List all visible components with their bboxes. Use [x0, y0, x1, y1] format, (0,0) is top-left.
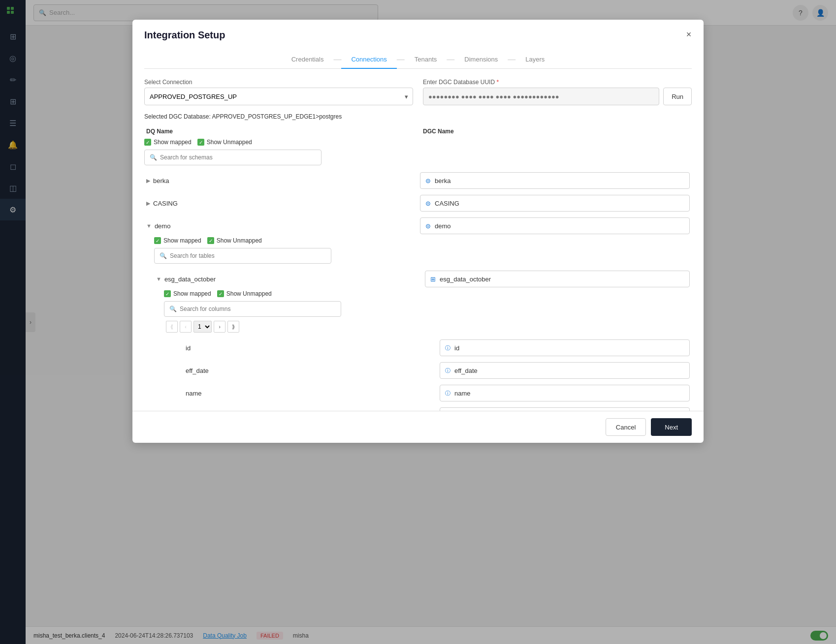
step-tenants[interactable]: Tenants [405, 51, 447, 69]
uuid-input[interactable] [423, 88, 659, 105]
uuid-row: Run [423, 88, 692, 105]
table-filter-row: ✓ Show mapped ✓ Show Unmapped [154, 237, 692, 244]
page-select[interactable]: 1 [193, 321, 212, 333]
last-page-button[interactable]: ⟫ [227, 321, 239, 333]
esg-dgc-field[interactable]: ⊞ esg_data_october [425, 271, 690, 287]
connection-label: Select Connection [144, 79, 413, 86]
schema-search-input[interactable] [160, 154, 316, 161]
table-show-mapped-label[interactable]: ✓ Show mapped [154, 237, 201, 244]
schema-search-icon: 🔍 [150, 154, 157, 161]
demo-expand-icon[interactable]: ▼ [146, 223, 152, 229]
col-id-dgc: ⓘ id [440, 339, 690, 356]
col-codel-row: codel ⓘ codel [164, 404, 692, 411]
step-sep-4: — [508, 55, 515, 64]
integration-setup-modal: Integration Setup × Credentials — Connec… [132, 20, 704, 443]
col-search-wrapper: 🔍 [164, 301, 341, 317]
modal-body: Select Connection APPROVED_POSTGRES_UP E… [132, 69, 704, 411]
step-layers[interactable]: Layers [515, 51, 554, 69]
berka-dgc-field[interactable]: ⊜ berka [420, 172, 690, 189]
esg-table-icon: ⊞ [430, 276, 436, 283]
col-name-dgc: ⓘ name [440, 385, 690, 401]
col-filter-row: ✓ Show mapped ✓ Show Unmapped [164, 290, 692, 297]
form-row: Select Connection APPROVED_POSTGRES_UP E… [144, 79, 692, 105]
dgc-name-header: DGC Name [413, 128, 690, 135]
col-name-row: name ⓘ name [164, 382, 692, 404]
col-show-unmapped-checkbox[interactable]: ✓ [217, 290, 224, 297]
col-show-mapped-checkbox[interactable]: ✓ [164, 290, 171, 297]
schema-berka-row: ▶ berka ⊜ berka [144, 169, 692, 192]
step-dimensions[interactable]: Dimensions [454, 51, 508, 69]
first-page-button[interactable]: ⟪ [166, 321, 178, 333]
table-search-icon: 🔍 [160, 252, 167, 259]
step-connections[interactable]: Connections [341, 51, 396, 69]
schema-show-unmapped-checkbox[interactable]: ✓ [197, 139, 204, 146]
col-effdate-name: eff_date [166, 367, 436, 374]
codel-dgc-field[interactable]: ⓘ codel [440, 407, 690, 411]
connection-select[interactable]: APPROVED_POSTGRES_UP [144, 88, 413, 105]
schema-casing-name: ▶ CASING [146, 200, 416, 207]
schema-demo-row: ▼ demo ⊜ demo [144, 215, 692, 237]
col-effdate-row: eff_date ⓘ eff_date [164, 359, 692, 382]
schema-berka-name: ▶ berka [146, 177, 416, 184]
name-col-icon: ⓘ [445, 390, 450, 397]
table-show-unmapped-label[interactable]: ✓ Show Unmapped [207, 237, 262, 244]
schema-show-mapped-checkbox[interactable]: ✓ [144, 139, 151, 146]
connection-select-wrapper: APPROVED_POSTGRES_UP [144, 88, 413, 105]
cancel-button[interactable]: Cancel [606, 418, 646, 436]
col-id-name: id [166, 344, 436, 352]
step-sep-2: — [397, 55, 405, 64]
table-esg-row: ▼ esg_data_october ⊞ esg_data_october [154, 268, 692, 290]
schema-filter-row: ✓ Show mapped ✓ Show Unmapped [144, 139, 692, 146]
uuid-group: Enter DGC Database UUID * Run [423, 79, 692, 105]
col-search-input[interactable] [180, 306, 336, 312]
id-dgc-field[interactable]: ⓘ id [440, 339, 690, 356]
next-button[interactable]: Next [651, 418, 692, 436]
close-button[interactable]: × [682, 28, 696, 41]
prev-page-button[interactable]: ‹ [180, 321, 192, 333]
schema-casing-row: ▶ CASING ⊜ CASING [144, 192, 692, 215]
mapping-header: DQ Name DGC Name [144, 128, 692, 135]
modal-overlay: Integration Setup × Credentials — Connec… [0, 0, 836, 644]
table-esg-dgc: ⊞ esg_data_october [425, 271, 690, 287]
run-button[interactable]: Run [663, 88, 692, 105]
dq-name-header: DQ Name [146, 128, 413, 135]
modal-footer: Cancel Next [132, 411, 704, 443]
next-page-button[interactable]: › [214, 321, 225, 333]
berka-expand-icon[interactable]: ▶ [146, 178, 150, 184]
col-pagination: ⟪ ‹ 1 › ⟫ [164, 321, 692, 333]
table-search-input[interactable] [170, 252, 326, 259]
schema-berka-dgc: ⊜ berka [420, 172, 690, 189]
casing-dgc-field[interactable]: ⊜ CASING [420, 195, 690, 212]
col-show-mapped-label[interactable]: ✓ Show mapped [164, 290, 211, 297]
berka-db-icon: ⊜ [425, 177, 431, 184]
col-show-unmapped-label[interactable]: ✓ Show Unmapped [217, 290, 272, 297]
esg-expand-icon[interactable]: ▼ [156, 276, 161, 282]
required-marker: * [496, 79, 499, 86]
effdate-dgc-field[interactable]: ⓘ eff_date [440, 362, 690, 379]
table-show-mapped-checkbox[interactable]: ✓ [154, 237, 161, 244]
steps-bar: Credentials — Connections — Tenants — Di… [144, 51, 692, 69]
col-id-row: id ⓘ id [164, 337, 692, 359]
step-credentials[interactable]: Credentials [282, 51, 334, 69]
table-search-wrapper: 🔍 [154, 248, 331, 264]
col-codel-dgc: ⓘ codel [440, 407, 690, 411]
col-effdate-dgc: ⓘ eff_date [440, 362, 690, 379]
casing-expand-icon[interactable]: ▶ [146, 200, 150, 207]
connection-group: Select Connection APPROVED_POSTGRES_UP [144, 79, 413, 105]
schema-show-unmapped-label[interactable]: ✓ Show Unmapped [197, 139, 252, 146]
id-col-icon: ⓘ [445, 344, 450, 352]
casing-db-icon: ⊜ [425, 200, 431, 207]
schema-casing-dgc: ⊜ CASING [420, 195, 690, 212]
step-sep-3: — [447, 55, 454, 64]
table-show-unmapped-checkbox[interactable]: ✓ [207, 237, 214, 244]
db-info: Selected DGC Database: APPROVED_POSTGRES… [144, 113, 692, 120]
demo-dgc-field[interactable]: ⊜ demo [420, 217, 690, 234]
demo-section: ✓ Show mapped ✓ Show Unmapped 🔍 [144, 237, 692, 411]
schema-show-mapped-label[interactable]: ✓ Show mapped [144, 139, 192, 146]
name-dgc-field[interactable]: ⓘ name [440, 385, 690, 401]
effdate-col-icon: ⓘ [445, 367, 450, 374]
uuid-label: Enter DGC Database UUID * [423, 79, 692, 86]
modal-title: Integration Setup [144, 30, 692, 41]
table-esg-name: ▼ esg_data_october [156, 276, 421, 283]
schema-demo-dgc: ⊜ demo [420, 217, 690, 234]
